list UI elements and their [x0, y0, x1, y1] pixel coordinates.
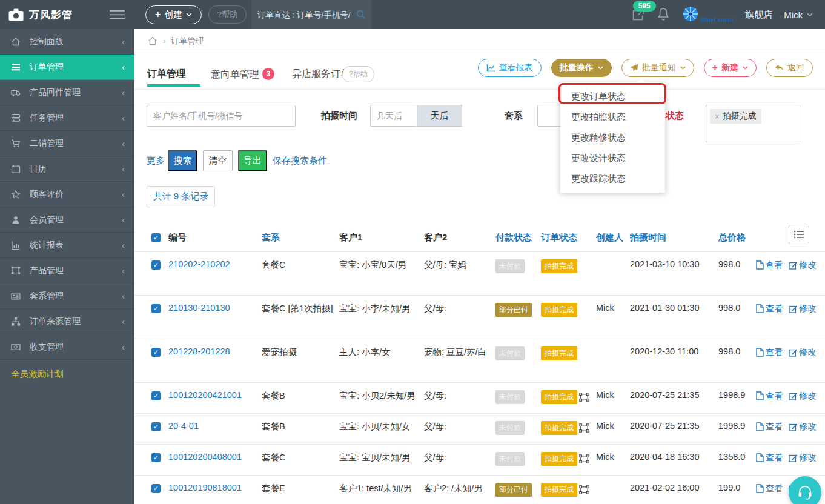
paper-plane-icon	[630, 64, 638, 72]
new-order-button[interactable]: + 新建	[704, 59, 757, 77]
order-id-link[interactable]: 100120190818001	[168, 483, 242, 492]
clear-button[interactable]: 清空	[203, 150, 233, 171]
row-checkbox[interactable]: ✓	[151, 348, 161, 357]
row-checkbox[interactable]: ✓	[151, 304, 161, 313]
view-link[interactable]: 查看	[756, 421, 783, 433]
tab-order-management[interactable]: 订单管理	[147, 68, 186, 81]
sidebar-item[interactable]: 统计报表‹	[0, 233, 134, 258]
sidebar-item[interactable]: 日历‹	[0, 156, 134, 182]
breadcrumb-current[interactable]: 订单管理	[171, 36, 204, 47]
dropdown-item[interactable]: 更改设计状态	[560, 148, 665, 168]
sidebar-item[interactable]: 收支管理‹	[0, 334, 134, 360]
sidebar-item[interactable]: 顾客评价‹	[0, 182, 134, 207]
order-id-link[interactable]: 201228-201228	[168, 346, 230, 356]
search-icon[interactable]	[356, 9, 366, 20]
edit-link[interactable]: 修改	[789, 421, 817, 433]
view-link[interactable]: 查看	[756, 390, 783, 402]
column-header[interactable]: 套系	[262, 232, 280, 244]
store-name[interactable]: 旗舰店	[745, 9, 772, 21]
order-id-link[interactable]: 20-4-01	[168, 421, 199, 431]
sidebar: 控制面版‹订单管理‹产品回件管理‹任务管理‹二销管理‹日历‹顾客评价‹会员管理‹…	[0, 29, 134, 504]
payment-status-badge: 部分已付	[495, 303, 532, 317]
edit-link[interactable]: 修改	[789, 346, 817, 358]
batch-notify-button[interactable]: 批量通知	[621, 59, 694, 77]
tab-other-store-orders[interactable]: 异店服务订单	[292, 68, 350, 81]
sidebar-promo-link[interactable]: 全员激励计划	[0, 360, 134, 388]
dropdown-item[interactable]: 更改跟踪状态	[560, 168, 665, 189]
sidebar-item[interactable]: 会员管理‹	[0, 207, 134, 233]
dropdown-item[interactable]: 更改精修状态	[560, 127, 665, 148]
order-id-link[interactable]: 100120200421001	[168, 390, 242, 400]
customer-support-button[interactable]	[789, 476, 821, 504]
row-checkbox[interactable]: ✓	[151, 260, 161, 270]
column-header[interactable]: 总价格	[718, 232, 746, 244]
more-filters-link[interactable]: 更多	[147, 155, 165, 167]
chevron-left-icon: ‹	[122, 113, 125, 123]
sidebar-item[interactable]: 任务管理‹	[0, 105, 134, 131]
object-group-icon	[579, 485, 589, 494]
sidebar-item[interactable]: 产品回件管理‹	[0, 80, 134, 105]
order-status-multiselect[interactable]: × 拍摄完成	[706, 105, 800, 142]
view-link[interactable]: 查看	[756, 259, 783, 271]
back-button[interactable]: 返回	[766, 59, 813, 77]
view-link[interactable]: 查看	[756, 483, 783, 494]
column-header[interactable]: 拍摄时间	[630, 232, 666, 244]
customer-search-input[interactable]	[147, 105, 296, 127]
edit-link[interactable]: 修改	[789, 259, 817, 271]
sidebar-item-label: 统计报表	[30, 240, 64, 251]
view-link[interactable]: 查看	[756, 303, 783, 314]
view-report-button[interactable]: 查看报表	[478, 59, 542, 77]
plus-icon: +	[712, 62, 718, 73]
view-link[interactable]: 查看	[756, 452, 783, 463]
notification-badge[interactable]: 595	[633, 1, 656, 12]
sidebar-item[interactable]: 订单管理‹	[0, 55, 134, 80]
create-button[interactable]: + 创建	[145, 5, 202, 24]
object-group-icon	[579, 454, 589, 463]
user-menu[interactable]: Mick	[784, 10, 813, 20]
order-id-link[interactable]: 210130-210130	[168, 303, 230, 313]
order-id-link[interactable]: 210202-210202	[168, 259, 230, 269]
sidebar-item[interactable]: 二销管理‹	[0, 131, 134, 156]
search-button[interactable]: 搜索	[168, 150, 197, 171]
column-header[interactable]: 付款状态	[495, 232, 532, 244]
sidebar-item[interactable]: 产品管理‹	[0, 258, 134, 284]
sidebar-item[interactable]: 套系管理‹	[0, 284, 134, 309]
save-search-link[interactable]: 保存搜索条件	[273, 155, 327, 167]
view-link[interactable]: 查看	[756, 346, 783, 358]
chevron-down-icon	[186, 13, 192, 16]
dropdown-item[interactable]: 更改拍照状态	[560, 107, 665, 127]
export-button[interactable]: 导出	[238, 150, 267, 171]
bell-icon[interactable]	[657, 7, 670, 22]
tab-intent-management[interactable]: 意向单管理3	[211, 68, 274, 81]
remove-tag-icon[interactable]: ×	[715, 112, 720, 121]
table-header-row: ✓编号套系客户1客户2付款状态订单状态创建人拍摄时间总价格	[134, 224, 825, 252]
quick-search-input[interactable]	[257, 10, 356, 19]
header-help-button[interactable]: ?帮助	[208, 5, 247, 24]
column-settings-button[interactable]	[789, 225, 809, 244]
select-all-checkbox[interactable]: ✓	[151, 233, 161, 242]
column-header[interactable]: 创建人	[596, 232, 623, 244]
row-checkbox[interactable]: ✓	[151, 484, 161, 493]
row-checkbox[interactable]: ✓	[151, 391, 161, 400]
days-after-input[interactable]	[370, 105, 417, 127]
column-header: 编号	[168, 232, 187, 244]
sidebar-item[interactable]: 控制面版‹	[0, 29, 134, 55]
column-header[interactable]: 订单状态	[541, 232, 577, 244]
edit-link[interactable]: 修改	[789, 452, 817, 463]
home-icon[interactable]	[148, 36, 157, 45]
menu-toggle-icon[interactable]	[110, 10, 125, 19]
order-id-link[interactable]: 100120200408001	[168, 452, 242, 462]
dropdown-item[interactable]: 更改订单状态	[560, 86, 665, 107]
sidebar-item[interactable]: 订单来源管理‹	[0, 309, 134, 334]
chevron-left-icon: ‹	[122, 62, 125, 72]
intent-count-badge: 3	[262, 68, 274, 80]
edit-link[interactable]: 修改	[789, 390, 817, 402]
row-checkbox[interactable]: ✓	[151, 453, 161, 462]
chevron-left-icon: ‹	[122, 189, 125, 199]
tabs-help-button[interactable]: ?帮助	[342, 66, 374, 82]
edit-link[interactable]: 修改	[789, 303, 817, 314]
headset-icon	[797, 485, 813, 500]
breadcrumb-separator: ›	[163, 36, 165, 45]
batch-operations-button[interactable]: 批量操作	[551, 59, 612, 77]
row-checkbox[interactable]: ✓	[151, 422, 161, 431]
